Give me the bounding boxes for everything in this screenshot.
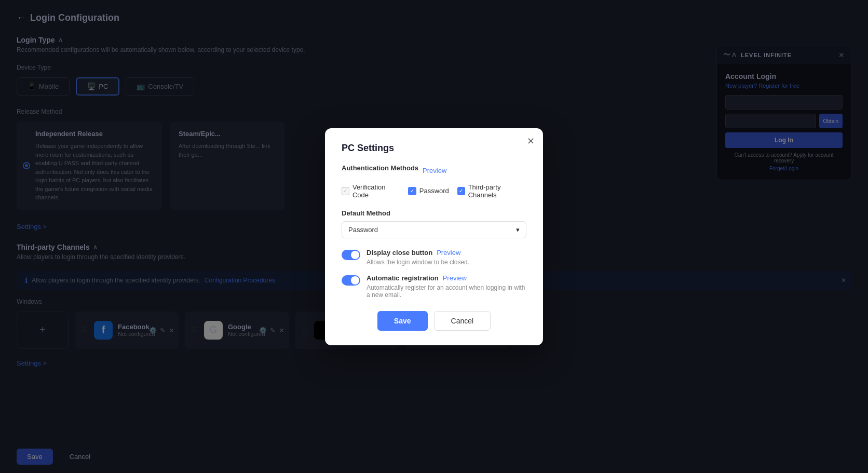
pc-settings-modal: ✕ PC Settings Authentication Methods Pre…	[325, 128, 543, 345]
verification-code-checkbox[interactable]: ✓	[342, 187, 349, 195]
display-close-toggle[interactable]	[342, 250, 360, 260]
modal-actions: Save Cancel	[342, 311, 526, 331]
verification-code-label: Verification Code	[352, 183, 400, 199]
display-close-preview-link[interactable]: Preview	[437, 249, 460, 256]
display-close-label-row: Display close button Preview	[367, 249, 526, 256]
auto-reg-label-row: Automatic registration Preview	[367, 274, 526, 282]
default-method-value: Password	[348, 226, 378, 234]
auto-reg-toggle-row: Automatic registration Preview Automatic…	[342, 274, 526, 299]
auto-reg-preview-link[interactable]: Preview	[443, 274, 467, 282]
check-icon: ✓	[410, 188, 414, 194]
default-method-label: Default Method	[342, 209, 526, 217]
auth-methods-row: ✓ Verification Code ✓ Password ✓ Third-p…	[342, 183, 526, 199]
modal-overlay: ✕ PC Settings Authentication Methods Pre…	[0, 0, 868, 473]
password-checkbox[interactable]: ✓	[408, 187, 416, 195]
auth-methods-label: Authentication Methods	[342, 164, 418, 172]
modal-title: PC Settings	[342, 143, 526, 154]
third-party-label: Third-party Channels	[468, 183, 526, 199]
auth-methods-preview-link[interactable]: Preview	[423, 167, 446, 174]
default-method-select[interactable]: Password ▾	[342, 221, 526, 238]
check-partial-icon: ✓	[343, 188, 347, 194]
modal-cancel-btn[interactable]: Cancel	[434, 311, 491, 331]
display-close-info: Display close button Preview Allows the …	[367, 249, 526, 266]
display-close-desc: Allows the login window to be closed.	[367, 259, 526, 266]
chevron-down-icon: ▾	[516, 226, 520, 234]
auth-verification-code: ✓ Verification Code	[342, 183, 400, 199]
display-close-label: Display close button	[367, 249, 432, 256]
password-label: Password	[419, 187, 449, 195]
modal-save-btn[interactable]: Save	[377, 311, 428, 331]
auto-reg-desc: Automatically register for an account wh…	[367, 284, 526, 299]
toggle-knob2	[351, 276, 359, 285]
auto-reg-info: Automatic registration Preview Automatic…	[367, 274, 526, 299]
auth-third-party: ✓ Third-party Channels	[457, 183, 526, 199]
check-icon2: ✓	[459, 188, 463, 194]
toggle-knob	[351, 251, 359, 259]
modal-close-btn[interactable]: ✕	[527, 137, 535, 146]
auto-reg-toggle[interactable]	[342, 275, 360, 286]
third-party-checkbox[interactable]: ✓	[457, 187, 465, 195]
auth-password: ✓ Password	[408, 187, 449, 195]
auto-reg-label: Automatic registration	[367, 274, 439, 282]
display-close-toggle-row: Display close button Preview Allows the …	[342, 249, 526, 266]
